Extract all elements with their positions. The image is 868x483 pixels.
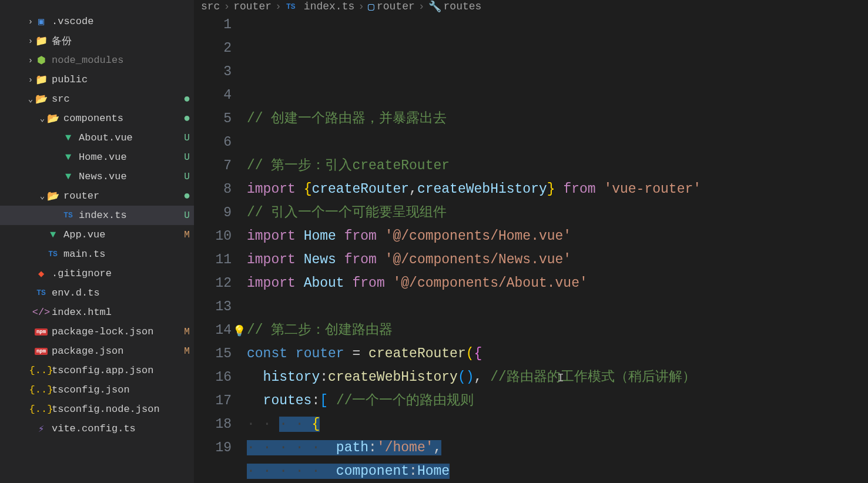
tree-item--gitignore[interactable]: ◆.gitignore xyxy=(0,264,194,283)
modified-dot-icon: ● xyxy=(180,92,194,106)
code-line[interactable]: // 引入一个一个可能要呈现组件 xyxy=(247,201,868,224)
line-number[interactable]: 9 xyxy=(194,201,232,224)
tree-item-about-vue[interactable]: ▼About.vueU xyxy=(0,128,194,147)
breadcrumb-item[interactable]: router xyxy=(233,1,272,12)
line-number[interactable]: 14 xyxy=(194,318,232,342)
line-number[interactable]: 19 xyxy=(194,436,232,459)
vue-icon: ▼ xyxy=(47,229,59,241)
git-status-badge: U xyxy=(180,133,194,143)
breadcrumbs[interactable]: src › router › TS index.ts › ▢ router › … xyxy=(194,0,868,13)
line-number[interactable]: 16 xyxy=(194,365,232,389)
line-number[interactable]: 2 xyxy=(194,36,232,60)
tree-item-index-ts[interactable]: TSindex.tsU xyxy=(0,206,194,225)
chevron-icon[interactable]: ⌄ xyxy=(26,95,35,104)
tree-item-label: node_modules xyxy=(52,55,180,66)
tree-item-package-json[interactable]: npmpackage.jsonM xyxy=(0,341,194,361)
git-status-badge: M xyxy=(180,327,194,337)
tree-item-package-lock-json[interactable]: npmpackage-lock.jsonM xyxy=(0,322,194,341)
code-line[interactable] xyxy=(247,295,868,318)
chevron-icon[interactable]: › xyxy=(26,36,35,46)
tree-item-vite-config-ts[interactable]: ⚡vite.config.ts xyxy=(0,419,194,438)
code-line[interactable]: const router = createRouter({ xyxy=(247,342,868,365)
folder-icon: 📁 xyxy=(35,35,47,47)
tree-item--vscode[interactable]: ›▣.vscode xyxy=(0,12,194,31)
line-number[interactable]: 6 xyxy=(194,130,232,154)
chevron-icon[interactable]: › xyxy=(26,17,35,26)
code-line[interactable]: import {createRouter,createWebHistory} f… xyxy=(247,177,868,201)
code-line[interactable]: // 第一步：引入createRouter xyxy=(247,154,868,177)
text-cursor-icon: I xyxy=(557,367,564,390)
line-number[interactable]: 18 xyxy=(194,412,232,436)
tree-item-tsconfig-app-json[interactable]: {..}tsconfig.app.json xyxy=(0,361,194,380)
git-status-badge: M xyxy=(180,230,194,240)
tree-item-router[interactable]: ⌄📂router● xyxy=(0,186,194,206)
breadcrumb-item[interactable]: TS index.ts xyxy=(285,1,354,12)
chevron-icon[interactable]: ⌄ xyxy=(38,114,47,123)
tree-item-tsconfig-node-json[interactable]: {..}tsconfig.node.json xyxy=(0,400,194,419)
code-editor[interactable]: 12345678910111213141516171819 💡 I // 创建一… xyxy=(194,13,868,483)
breadcrumb-item[interactable]: 🔧 routes xyxy=(428,0,482,13)
breadcrumb-item[interactable]: src xyxy=(201,1,220,12)
chevron-icon[interactable]: › xyxy=(26,75,35,85)
line-number[interactable]: 3 xyxy=(194,60,232,83)
tree-item-label: News.vue xyxy=(79,171,180,182)
line-number[interactable]: 8 xyxy=(194,177,232,201)
tree-item-env-d-ts[interactable]: TSenv.d.ts xyxy=(0,283,194,303)
vite-icon: ⚡ xyxy=(35,423,47,435)
line-number[interactable]: 13 xyxy=(194,295,232,318)
git-status-badge: U xyxy=(180,210,194,221)
code-line[interactable]: · · · · · component:Home xyxy=(247,459,868,483)
line-number[interactable]: 4 xyxy=(194,83,232,107)
code-line[interactable] xyxy=(247,130,868,154)
tree-item-index-html[interactable]: </>index.html xyxy=(0,303,194,322)
file-explorer-sidebar: ›▣.vscode›📁备份›⬢node_modules›📁public⌄📂src… xyxy=(0,0,194,483)
line-number[interactable]: 1 xyxy=(194,13,232,36)
tree-item-main-ts[interactable]: TSmain.ts xyxy=(0,244,194,264)
tree-item-label: index.ts xyxy=(79,210,180,221)
code-line[interactable]: · · · · · path:'/home', xyxy=(247,436,868,459)
line-number[interactable]: 17 xyxy=(194,389,232,412)
ts-icon: TS xyxy=(285,1,297,12)
lightbulb-icon[interactable]: 💡 xyxy=(233,320,246,343)
vscode-folder-icon: ▣ xyxy=(35,16,47,28)
line-number[interactable]: 12 xyxy=(194,271,232,295)
json-icon: {..} xyxy=(35,384,47,396)
git-icon: ◆ xyxy=(35,268,47,280)
tree-item-public[interactable]: ›📁public xyxy=(0,70,194,89)
line-number[interactable]: 15 xyxy=(194,342,232,365)
tree-item-label: public xyxy=(52,74,180,85)
code-line[interactable]: // 第二步：创建路由器 xyxy=(247,318,868,342)
tree-item-label: index.html xyxy=(52,307,180,318)
tree-item-components[interactable]: ⌄📂components● xyxy=(0,109,194,128)
line-number[interactable]: 10 xyxy=(194,224,232,248)
chevron-icon[interactable]: ⌄ xyxy=(38,192,47,201)
breadcrumb-sep: › xyxy=(223,1,230,12)
line-number[interactable]: 5 xyxy=(194,107,232,130)
tree-item---[interactable]: ›📁备份 xyxy=(0,31,194,51)
breadcrumb-item[interactable]: ▢ router xyxy=(368,0,415,13)
tree-item-tsconfig-json[interactable]: {..}tsconfig.json xyxy=(0,380,194,400)
code-line[interactable]: import News from '@/components/News.vue' xyxy=(247,248,868,271)
tree-item-label: package.json xyxy=(52,346,180,357)
code-line[interactable]: // 创建一个路由器，并暴露出去 xyxy=(247,107,868,130)
tree-item-node-modules[interactable]: ›⬢node_modules xyxy=(0,51,194,70)
code-line[interactable]: routes:[ //一个一个的路由规则 xyxy=(247,389,868,412)
chevron-icon[interactable]: › xyxy=(26,56,35,65)
code-line[interactable]: import About from '@/components/About.vu… xyxy=(247,271,868,295)
tree-item-label: .gitignore xyxy=(52,268,180,279)
editor-area: src › router › TS index.ts › ▢ router › … xyxy=(194,0,868,483)
tree-item-label: src xyxy=(52,93,180,105)
tree-item-app-vue[interactable]: ▼App.vueM xyxy=(0,225,194,244)
vue-icon: ▼ xyxy=(62,152,74,163)
tree-item-home-vue[interactable]: ▼Home.vueU xyxy=(0,147,194,167)
breadcrumb-sep: › xyxy=(358,1,364,12)
line-number[interactable]: 11 xyxy=(194,248,232,271)
tree-item-news-vue[interactable]: ▼News.vueU xyxy=(0,167,194,186)
code-content[interactable]: 💡 I // 创建一个路由器，并暴露出去// 第一步：引入createRoute… xyxy=(247,13,868,483)
code-line[interactable]: import Home from '@/components/Home.vue' xyxy=(247,224,868,248)
tree-item-src[interactable]: ⌄📂src● xyxy=(0,89,194,109)
tree-item-label: package-lock.json xyxy=(52,326,180,337)
line-number[interactable]: 7 xyxy=(194,154,232,177)
code-line[interactable]: · · · · { xyxy=(247,412,868,436)
npm-icon: npm xyxy=(35,326,47,338)
